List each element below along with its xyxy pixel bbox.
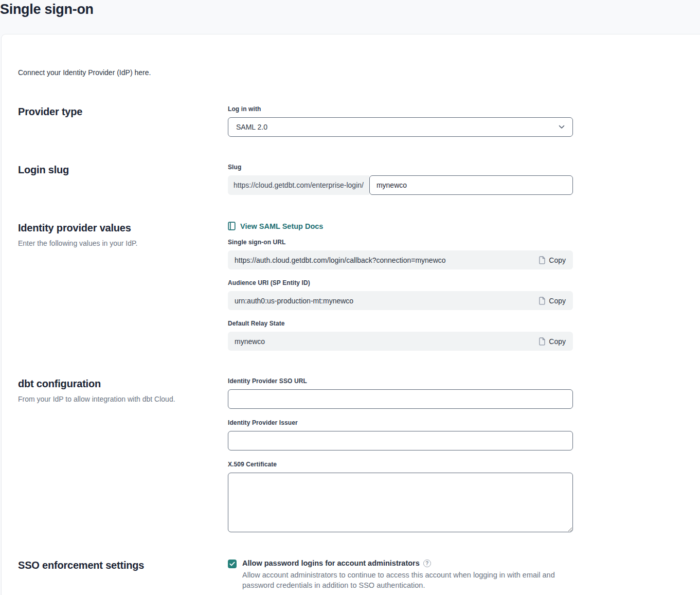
copy-icon bbox=[539, 297, 545, 305]
dbt-configuration-subtext: From your IdP to allow integration with … bbox=[18, 394, 216, 404]
sso-url-value-row: https://auth.cloud.getdbt.com/login/call… bbox=[228, 250, 573, 269]
audience-uri-value: urn:auth0:us-production-mt:mynewco bbox=[235, 297, 353, 305]
section-provider-type: Provider type Log in with SAML 2.0 bbox=[18, 105, 700, 137]
settings-card: Connect your Identity Provider (IdP) her… bbox=[1, 34, 700, 595]
slug-input-group: https://cloud.getdbt.com/enterprise-logi… bbox=[228, 175, 573, 195]
docs-icon bbox=[228, 222, 236, 230]
idp-issuer-input[interactable] bbox=[228, 431, 573, 450]
checkmark-icon bbox=[229, 562, 235, 566]
audience-uri-label: Audience URI (SP Entity ID) bbox=[228, 279, 573, 286]
view-saml-setup-docs-link[interactable]: View SAML Setup Docs bbox=[228, 222, 323, 230]
copy-button-label: Copy bbox=[549, 256, 566, 264]
idp-values-subtext: Enter the following values in your IdP. bbox=[18, 239, 216, 248]
provider-type-select[interactable]: SAML 2.0 bbox=[228, 117, 573, 137]
relay-state-value: mynewco bbox=[235, 337, 265, 346]
section-login-slug: Login slug Slug https://cloud.getdbt.com… bbox=[18, 164, 700, 195]
idp-sso-url-input[interactable] bbox=[228, 389, 573, 409]
x509-certificate-textarea[interactable] bbox=[228, 473, 573, 532]
chevron-down-icon bbox=[559, 125, 565, 129]
x509-certificate-label: X.509 Certificate bbox=[228, 461, 573, 468]
sso-url-value: https://auth.cloud.getdbt.com/login/call… bbox=[235, 256, 446, 264]
allow-password-logins-checkbox[interactable] bbox=[228, 560, 237, 568]
slug-label: Slug bbox=[228, 164, 573, 171]
intro-text: Connect your Identity Provider (IdP) her… bbox=[18, 68, 700, 77]
page-title: Single sign-on bbox=[0, 2, 94, 17]
docs-link-label: View SAML Setup Docs bbox=[240, 222, 323, 230]
allow-password-logins-description: Allow account administrators to continue… bbox=[242, 570, 571, 590]
relay-state-copy-button[interactable]: Copy bbox=[539, 337, 566, 346]
audience-uri-field: Audience URI (SP Entity ID) urn:auth0:us… bbox=[228, 279, 573, 310]
audience-uri-copy-button[interactable]: Copy bbox=[539, 297, 566, 305]
section-dbt-configuration: dbt configuration From your IdP to allow… bbox=[18, 377, 700, 532]
page-header: Single sign-on bbox=[0, 0, 700, 34]
sso-url-field: Single sign-on URL https://auth.cloud.ge… bbox=[228, 239, 573, 269]
dbt-configuration-heading: dbt configuration bbox=[18, 377, 216, 390]
slug-input[interactable] bbox=[369, 175, 573, 195]
provider-type-selected-value: SAML 2.0 bbox=[236, 123, 267, 131]
section-sso-enforcement: SSO enforcement settings Allow password … bbox=[18, 559, 700, 590]
relay-state-value-row: mynewco Copy bbox=[228, 332, 573, 351]
copy-icon bbox=[539, 337, 545, 346]
help-icon[interactable]: ? bbox=[423, 560, 431, 567]
copy-icon bbox=[539, 256, 545, 264]
relay-state-label: Default Relay State bbox=[228, 320, 573, 327]
copy-button-label: Copy bbox=[549, 297, 566, 305]
allow-password-logins-label[interactable]: Allow password logins for account admini… bbox=[242, 559, 420, 567]
section-idp-values: Identity provider values Enter the follo… bbox=[18, 222, 700, 351]
x509-certificate-field: X.509 Certificate bbox=[228, 461, 573, 532]
slug-url-prefix: https://cloud.getdbt.com/enterprise-logi… bbox=[228, 175, 369, 195]
idp-sso-url-label: Identity Provider SSO URL bbox=[228, 377, 573, 385]
provider-type-heading: Provider type bbox=[18, 105, 216, 118]
sso-url-label: Single sign-on URL bbox=[228, 239, 573, 246]
relay-state-field: Default Relay State mynewco Copy bbox=[228, 320, 573, 351]
audience-uri-value-row: urn:auth0:us-production-mt:mynewco Copy bbox=[228, 291, 573, 310]
idp-sso-url-field: Identity Provider SSO URL bbox=[228, 377, 573, 409]
idp-issuer-field: Identity Provider Issuer bbox=[228, 419, 573, 450]
sso-url-copy-button[interactable]: Copy bbox=[539, 256, 566, 264]
copy-button-label: Copy bbox=[549, 337, 566, 346]
log-in-with-label: Log in with bbox=[228, 105, 573, 113]
idp-issuer-label: Identity Provider Issuer bbox=[228, 419, 573, 426]
allow-password-logins-row: Allow password logins for account admini… bbox=[228, 559, 573, 590]
login-slug-heading: Login slug bbox=[18, 164, 216, 176]
idp-values-heading: Identity provider values bbox=[18, 222, 216, 234]
sso-enforcement-heading: SSO enforcement settings bbox=[18, 559, 216, 571]
